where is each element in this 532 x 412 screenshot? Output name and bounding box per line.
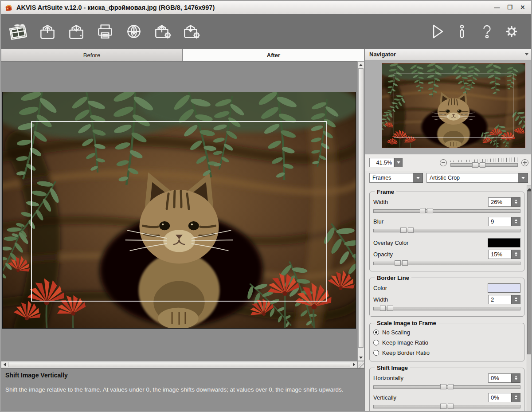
- help-button[interactable]: [475, 19, 498, 44]
- frame-type-select-value: Artistic Crop: [426, 173, 518, 183]
- frame-type-select[interactable]: Artistic Crop: [426, 173, 528, 183]
- border-width-value[interactable]: 2: [488, 295, 511, 304]
- open-image-icon: [37, 21, 58, 42]
- print-button[interactable]: [94, 19, 117, 44]
- scroll-up-icon[interactable]: [527, 185, 532, 191]
- shift-horizontal-slider[interactable]: [373, 384, 520, 391]
- navigator-header[interactable]: Navigator: [365, 49, 532, 60]
- category-select-value: Frames: [369, 173, 413, 183]
- canvas-area[interactable]: [1, 61, 357, 361]
- frame-blur-value[interactable]: 9: [488, 217, 511, 226]
- opacity-spinner[interactable]: 15%: [488, 250, 520, 259]
- opacity-slider[interactable]: [373, 260, 520, 267]
- scroll-up-icon[interactable]: [358, 62, 364, 68]
- opacity-label: Opacity: [373, 251, 488, 258]
- radio-icon[interactable]: [373, 350, 379, 356]
- scale-image-group: Scale Image to Frame No Scaling Keep Ima…: [369, 320, 524, 361]
- tab-before[interactable]: Before: [1, 49, 183, 61]
- gear-icon: [502, 22, 521, 41]
- zoom-out-button[interactable]: [440, 159, 447, 166]
- zoom-slider-thumb[interactable]: [472, 162, 485, 168]
- hint-panel: Shift Image Vertically Shift the image r…: [1, 368, 364, 412]
- open-image-button[interactable]: [36, 19, 59, 44]
- horizontal-scrollbar-thumb[interactable]: [8, 362, 350, 367]
- resize-grip[interactable]: [357, 361, 364, 368]
- maximize-button[interactable]: ❒: [505, 3, 515, 12]
- horizontal-scrollbar[interactable]: [1, 361, 357, 368]
- zoom-slider-track[interactable]: [450, 163, 518, 167]
- export-presets-icon: [181, 21, 202, 42]
- close-button[interactable]: ✕: [518, 3, 528, 12]
- settings-panel: Navigator 41.5% Frames: [364, 49, 532, 412]
- zoom-slider[interactable]: [450, 157, 518, 168]
- frame-width-value[interactable]: 26%: [488, 197, 511, 207]
- collapse-icon[interactable]: [525, 53, 528, 55]
- play-icon: [427, 22, 447, 41]
- vertical-scrollbar-thumb[interactable]: [358, 68, 364, 348]
- radio-no-scaling[interactable]: No Scaling: [373, 327, 520, 337]
- toolbar: [1, 14, 531, 49]
- artsuite-logo-button[interactable]: [7, 19, 30, 44]
- spinner-arrows-icon[interactable]: [511, 373, 520, 383]
- border-width-spinner[interactable]: 2: [488, 295, 520, 304]
- app-window: AKVIS ArtSuite v.12.0 - киска_фрэймовая.…: [0, 0, 532, 412]
- radio-icon[interactable]: [373, 330, 379, 335]
- border-color-swatch[interactable]: [488, 283, 520, 293]
- print-icon: [95, 21, 115, 42]
- save-image-button[interactable]: [65, 19, 88, 44]
- hint-title: Shift Image Vertically: [5, 372, 360, 379]
- category-select[interactable]: Frames: [369, 173, 423, 183]
- shift-vertical-slider[interactable]: [373, 404, 520, 410]
- overlay-color-swatch[interactable]: [488, 238, 520, 247]
- vertical-scrollbar[interactable]: [357, 61, 364, 361]
- import-presets-button[interactable]: [151, 19, 174, 44]
- preferences-button[interactable]: [500, 19, 523, 44]
- border-width-slider[interactable]: [373, 306, 520, 312]
- radio-keep-border-ratio[interactable]: Keep Border Ratio: [373, 348, 520, 358]
- frame-blur-spinner[interactable]: 9: [488, 217, 520, 226]
- frame-width-slider[interactable]: [373, 208, 520, 215]
- shift-horizontal-value[interactable]: 0%: [488, 373, 511, 383]
- frame-blur-label: Blur: [373, 218, 488, 225]
- spinner-arrows-icon[interactable]: [511, 197, 520, 207]
- tab-after[interactable]: After: [183, 49, 364, 61]
- radio-icon[interactable]: [373, 340, 379, 345]
- zoom-value-input[interactable]: 41.5%: [369, 158, 394, 167]
- spinner-arrows-icon[interactable]: [511, 295, 520, 304]
- shift-horizontal-spinner[interactable]: 0%: [488, 373, 520, 383]
- chevron-down-icon[interactable]: [413, 173, 423, 183]
- zoom-dropdown-button[interactable]: [394, 158, 403, 167]
- shift-horizontal-label: Horizontally: [373, 375, 488, 381]
- scroll-left-icon[interactable]: [1, 361, 8, 368]
- spinner-arrows-icon[interactable]: [511, 250, 520, 259]
- opacity-value[interactable]: 15%: [488, 250, 511, 259]
- radio-keep-image-ratio[interactable]: Keep Image Ratio: [373, 337, 520, 348]
- run-button[interactable]: [426, 19, 449, 44]
- navigator-thumbnail[interactable]: [382, 63, 525, 148]
- settings-scroll-area: Frame Width 26% Blur 9: [365, 184, 527, 412]
- export-presets-button[interactable]: [180, 19, 203, 44]
- frame-blur-slider[interactable]: [373, 228, 520, 234]
- info-button[interactable]: [450, 19, 473, 44]
- chevron-down-icon[interactable]: [518, 173, 528, 183]
- shift-vertical-value[interactable]: 0%: [488, 393, 511, 402]
- image-viewport: [1, 61, 364, 368]
- settings-scrollbar[interactable]: [527, 185, 532, 412]
- frame-width-spinner[interactable]: 26%: [488, 197, 520, 207]
- spinner-arrows-icon[interactable]: [511, 217, 520, 226]
- save-image-icon: [66, 21, 86, 42]
- zoom-in-button[interactable]: [521, 159, 528, 166]
- scroll-down-icon[interactable]: [358, 354, 364, 361]
- zoom-controls: 41.5%: [365, 154, 532, 171]
- scroll-right-icon[interactable]: [351, 361, 357, 368]
- minimize-button[interactable]: —: [492, 3, 502, 12]
- photo-after-preview[interactable]: [3, 92, 356, 328]
- shift-vertical-spinner[interactable]: 0%: [488, 393, 520, 402]
- settings-scrollbar-thumb[interactable]: [527, 191, 532, 354]
- zoom-tick-marks: [450, 157, 518, 162]
- help-icon: [477, 22, 497, 41]
- publish-to-web-button[interactable]: [122, 19, 145, 44]
- spinner-arrows-icon[interactable]: [511, 393, 520, 402]
- border-width-label: Width: [373, 296, 488, 303]
- hint-body: Shift the image relative to the frame. A…: [5, 386, 360, 394]
